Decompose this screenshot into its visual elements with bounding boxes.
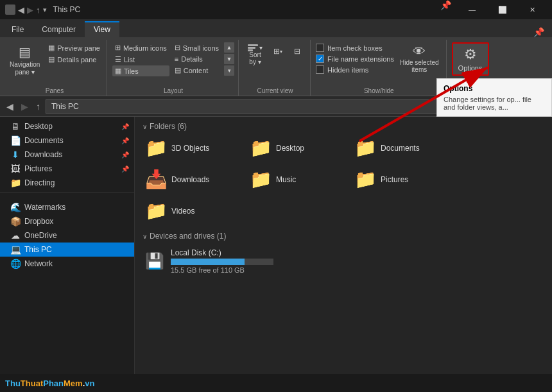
hidden-items-row[interactable]: Hidden items [316,65,394,74]
sort-by-icon: ▾ [248,44,263,51]
wm-vn: vn [85,379,94,388]
addr-forward-btn[interactable]: ▶ [19,100,31,113]
folders-section: ∨ Folders (6) 📁 3D Objects 📁 Desktop 📁 D… [142,122,544,224]
sidebar-item-this-pc[interactable]: 💻 This PC [0,243,134,257]
group-by-button[interactable]: ⊞▾ [269,42,287,60]
minimize-btn[interactable]: — [458,0,487,19]
nav-up[interactable]: ↑ [36,5,40,15]
app-icon [5,4,15,15]
item-check-boxes-row[interactable]: Item check boxes [316,44,394,52]
addr-back-btn[interactable]: ◀ [4,100,16,113]
folder-item-3d-objects[interactable]: 📁 3D Objects [142,135,242,161]
navigation-pane-button[interactable]: ▤ Navigationpane ▾ [6,42,43,78]
show-hide-label: Show/hide [316,86,442,94]
folder-item-documents[interactable]: 📁 Documents [352,135,451,161]
recent[interactable]: ▾ [43,6,47,14]
sidebar-item-documents[interactable]: 📄 Documents 📌 [0,133,134,148]
medium-icons-label: Medium icons [123,44,167,52]
drives-section-header: ∨ Devices and drives (1) [142,232,544,241]
panes-group: ▤ Navigationpane ▾ ▦ Preview pane ▤ Deta… [3,40,107,96]
preview-pane-button[interactable]: ▦ Preview pane [46,42,103,53]
options-icon: ⚙ [464,46,477,63]
folder-3d-name: 3D Objects [171,144,209,153]
pin-btn[interactable]: 📌 [435,0,456,19]
sidebar-item-directing-label: Directing [24,178,55,187]
folder-documents-icon: 📁 [354,137,377,158]
title-controls: 📌 — ⬜ ✕ [435,0,547,19]
directing-icon: 📁 [10,178,21,188]
view-icons: ⊞▾ ⊟ [269,42,306,60]
sidebar-item-network[interactable]: 🌐 Network [0,257,134,271]
details-pane-button[interactable]: ▤ Details pane [46,54,103,65]
sidebar-item-pictures[interactable]: 🖼 Pictures 📌 [0,162,134,176]
tiles-button[interactable]: ▦ Tiles [112,65,169,76]
layout-scroll-up[interactable]: ▲ [224,42,234,53]
title-bar-icons: ◀ ▶ ↑ ▾ [5,4,47,15]
preview-pane-label: Preview pane [57,44,100,52]
tooltip-description: Change settings for op... file and folde… [444,96,545,111]
nav-forward[interactable]: ▶ [27,5,33,15]
options-tooltip: Options Change settings for op... file a… [436,78,552,117]
folder-item-downloads[interactable]: 📥 Downloads [142,166,242,192]
sort-by-label: Sort by ▾ [249,51,261,65]
small-icons-button[interactable]: ⊟ Small icons [172,42,221,53]
preview-pane-icon: ▦ [48,44,55,52]
file-name-ext-row[interactable]: ✓ File name extensions [316,55,394,63]
file-name-ext-cb[interactable]: ✓ [316,55,324,63]
panes-group-content: ▤ Navigationpane ▾ ▦ Preview pane ▤ Deta… [6,40,103,86]
addr-up-btn[interactable]: ↑ [33,100,43,113]
sort-by-button[interactable]: ▾ Sort by ▾ [244,42,266,67]
list-label: List [124,56,135,64]
address-path[interactable]: This PC [46,99,443,114]
pictures-pin-icon: 📌 [121,166,129,173]
folder-item-pictures[interactable]: 📁 Pictures [352,166,451,192]
tab-file[interactable]: File [3,22,33,37]
sidebar-item-documents-label: Documents [24,136,64,145]
list-button[interactable]: ☰ List [112,54,169,65]
drives-section-arrow[interactable]: ∨ [142,233,147,240]
folder-3d-icon: 📁 [145,137,168,158]
folder-grid: 📁 3D Objects 📁 Desktop 📁 Documents 📥 Dow… [142,135,544,224]
options-button[interactable]: ⚙ Options [452,42,489,76]
sidebar-item-dropbox[interactable]: 📦 Dropbox [0,214,134,228]
drive-item-c[interactable]: 💾 Local Disk (C:) 15.5 GB free of 110 GB [142,244,544,278]
medium-icons-button[interactable]: ⊞ Medium icons [112,42,169,53]
tab-computer[interactable]: Computer [33,22,85,37]
documents-pin-icon: 📌 [121,137,129,144]
close-btn[interactable]: ✕ [518,0,547,19]
layout-scroll-down[interactable]: ▼ [224,54,234,64]
maximize-btn[interactable]: ⬜ [488,0,517,19]
content-button[interactable]: ▤ Content [172,65,221,76]
add-columns-button[interactable]: ⊟ [288,42,306,60]
item-check-boxes-cb[interactable] [316,44,324,52]
nav-back[interactable]: ◀ [18,5,24,15]
sidebar-item-downloads[interactable]: ⬇ Downloads 📌 [0,148,134,162]
details-button[interactable]: ≡ Details [172,54,221,64]
navigation-pane-label: Navigationpane ▾ [10,61,40,76]
folders-section-header: ∨ Folders (6) [142,122,544,131]
folder-pictures-icon: 📁 [354,169,377,190]
drive-c-name: Local Disk (C:) [171,248,542,257]
drives-section-label: Devices and drives (1) [150,232,226,241]
sidebar-separator [0,192,134,198]
hidden-items-cb[interactable] [316,65,324,74]
sidebar-item-desktop[interactable]: 🖥 Desktop 📌 [0,119,134,133]
watermarks-icon: 🌊 [10,202,21,212]
folders-section-arrow[interactable]: ∨ [142,123,147,130]
layout-expand[interactable]: ▾ [224,65,234,76]
ribbon-pin-icon[interactable]: 📌 [528,27,549,37]
hide-selected-label: Hide selected items [400,59,439,73]
drive-c-bar-outer [171,259,273,265]
folder-item-videos[interactable]: 📁 Videos [142,198,242,224]
folder-item-desktop[interactable]: 📁 Desktop [247,135,347,161]
sidebar-item-watermarks[interactable]: 🌊 Watermarks [0,200,134,214]
tab-view[interactable]: View [85,21,119,37]
desktop-pin-icon: 📌 [121,123,129,130]
sidebar-item-onedrive[interactable]: ☁ OneDrive [0,228,134,243]
content-area: ∨ Folders (6) 📁 3D Objects 📁 Desktop 📁 D… [135,117,552,374]
folder-item-music[interactable]: 📁 Music [247,166,347,192]
sidebar-item-directing[interactable]: 📁 Directing [0,176,134,190]
layout-group: ⊞ Medium icons ☰ List ▦ Tiles ⊟ Small ic… [108,40,239,96]
hide-selected-button[interactable]: 👁 Hide selected items [397,42,442,75]
details-icon: ≡ [175,55,178,63]
